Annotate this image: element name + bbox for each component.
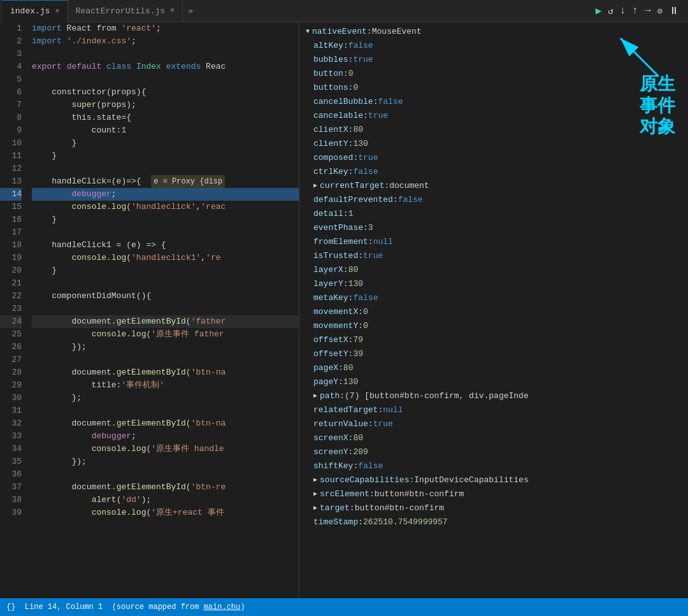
code-line-37: document. getElementById ( 'btn-re — [32, 481, 299, 494]
code-line-16: } — [32, 213, 299, 226]
ln-36: 36 — [0, 468, 22, 481]
code-line-38: alert ( 'dd' ); — [32, 494, 299, 506]
tab-label-react-error: ReactErrorUtils.js — [76, 6, 165, 16]
str-react: 'react' — [121, 22, 156, 35]
expand-path[interactable]: ▶ — [313, 389, 317, 403]
debug-altKey: altKey : false — [299, 39, 688, 53]
code-line-12 — [32, 162, 299, 175]
ln-30: 30 — [0, 392, 22, 405]
debug-offsetX: offsetX : 79 — [299, 333, 688, 347]
code-line-29: title: '事件机制' — [32, 379, 299, 392]
code-line-32: document. getElementById ( 'btn-na — [32, 417, 299, 430]
debug-target[interactable]: ▶ target : button#btn-confirm — [299, 501, 688, 515]
debug-returnValue: returnValue : true — [299, 417, 688, 431]
code-line-28: document. getElementById ( 'btn-na — [32, 366, 299, 379]
ln-6: 6 — [0, 86, 22, 99]
step-over-icon[interactable]: ↺ — [608, 6, 613, 17]
ln-1: 1 — [0, 22, 22, 35]
debug-clientY: clientY : 130 — [299, 137, 688, 151]
ln-15: 15 — [0, 201, 22, 213]
code-line-8: this.state={ — [32, 111, 299, 124]
code-line-31 — [32, 405, 299, 417]
debug-pageY: pageY : 130 — [299, 375, 688, 389]
code-line-7: super (props); — [32, 99, 299, 111]
code-line-24: document. getElementById ( 'father — [32, 315, 299, 328]
ln-5: 5 — [0, 73, 22, 86]
ln-17: 17 — [0, 226, 22, 239]
source-map-link[interactable]: main.chu — [204, 603, 241, 612]
ln-3: 3 — [0, 48, 22, 61]
debug-movementY: movementY : 0 — [299, 319, 688, 333]
debug-cancelable: cancelable : true — [299, 109, 688, 123]
status-text: {} Line 14, Column 1 (source mapped from… — [6, 603, 245, 612]
ln-2: 2 — [0, 35, 22, 48]
debug-metaKey: metaKey : false — [299, 291, 688, 305]
expand-sourceCapabilities[interactable]: ▶ — [313, 473, 317, 487]
expand-arrow[interactable]: ▼ — [306, 25, 310, 39]
debug-fromElement: fromElement : null — [299, 235, 688, 249]
ln-25: 25 — [0, 328, 22, 341]
ln-21: 21 — [0, 277, 22, 290]
tab-bar: index.js × ReactErrorUtils.js × » ▶ ↺ ↓ … — [0, 0, 688, 22]
expand-currentTarget[interactable]: ▶ — [313, 179, 317, 193]
debug-currentTarget[interactable]: ▶ currentTarget : document — [299, 179, 688, 193]
code-line-5 — [32, 73, 299, 86]
ln-33: 33 — [0, 430, 22, 443]
step-out-icon[interactable]: ↑ — [632, 5, 638, 17]
debug-sourceCapabilities[interactable]: ▶ sourceCapabilities : InputDeviceCapabi… — [299, 473, 688, 487]
ln-38: 38 — [0, 494, 22, 506]
debug-screenX: screenX : 80 — [299, 431, 688, 445]
code-container: 1 2 3 4 5 6 7 8 9 10 11 12 13 14 15 16 1… — [0, 22, 299, 598]
code-line-21 — [32, 277, 299, 290]
ln-29: 29 — [0, 379, 22, 392]
code-line-18: handleClick1 = (e) => { — [32, 239, 299, 252]
code-line-14: debugger ; — [32, 188, 299, 201]
code-line-9: count: 1 — [32, 124, 299, 137]
debug-eventPhase: eventPhase : 3 — [299, 221, 688, 235]
tab-index-js[interactable]: index.js × — [3, 0, 68, 22]
debug-movementX: movementX : 0 — [299, 305, 688, 319]
code-line-17 — [32, 226, 299, 239]
ln-26: 26 — [0, 341, 22, 354]
breakpoints-icon[interactable]: ⊘ — [657, 6, 663, 17]
ln-23: 23 — [0, 303, 22, 315]
debug-toolbar: ▶ ↺ ↓ ↑ → ⊘ ⏸ — [589, 4, 685, 17]
ln-12: 12 — [0, 162, 22, 175]
code-line-26: }); — [32, 341, 299, 354]
status-bar: {} Line 14, Column 1 (source mapped from… — [0, 598, 688, 616]
expand-target[interactable]: ▶ — [313, 501, 317, 515]
ln-32: 32 — [0, 417, 22, 430]
close-tab-index[interactable]: × — [55, 7, 59, 16]
tab-overflow[interactable]: » — [183, 6, 198, 16]
code-panel: 1 2 3 4 5 6 7 8 9 10 11 12 13 14 15 16 1… — [0, 22, 299, 598]
expand-srcElement[interactable]: ▶ — [313, 487, 317, 501]
ln-4: 4 — [0, 61, 22, 73]
code-line-20: } — [32, 264, 299, 277]
tab-bar-left: index.js × ReactErrorUtils.js × » — [3, 0, 589, 22]
step-into-icon[interactable]: ↓ — [620, 5, 626, 17]
continue-icon[interactable]: ▶ — [596, 4, 602, 17]
ln-27: 27 — [0, 354, 22, 366]
debug-path[interactable]: ▶ path : (7) [button#btn-confirm, div.pa… — [299, 389, 688, 403]
code-line-34: console . log ( '原生事件 handle — [32, 443, 299, 455]
debug-timeStamp: timeStamp : 262510.7549999957 — [299, 515, 688, 529]
pause-icon[interactable]: ⏸ — [669, 5, 679, 17]
code-content: import React from 'react' ; import './in… — [27, 22, 299, 598]
debug-isTrusted: isTrusted : true — [299, 249, 688, 263]
code-line-4: export default class Index extends Reac — [32, 61, 299, 73]
debug-clientX: clientX : 80 — [299, 123, 688, 137]
ln-35: 35 — [0, 455, 22, 468]
step-next-icon[interactable]: → — [645, 5, 651, 17]
code-line-27 — [32, 354, 299, 366]
debug-relatedTarget: relatedTarget : null — [299, 403, 688, 417]
close-tab-react[interactable]: × — [170, 6, 175, 15]
debug-native-event-title[interactable]: ▼ nativeEvent : MouseEvent — [299, 25, 688, 39]
ln-16: 16 — [0, 213, 22, 226]
tab-react-error-utils[interactable]: ReactErrorUtils.js × — [68, 0, 183, 22]
debug-srcElement[interactable]: ▶ srcElement : button#btn-confirm — [299, 487, 688, 501]
code-line-19: console . log ( 'handleclick1' , 're — [32, 252, 299, 264]
code-line-35: }); — [32, 455, 299, 468]
ln-18: 18 — [0, 239, 22, 252]
code-line-10: } — [32, 137, 299, 150]
debug-layerY: layerY : 130 — [299, 277, 688, 291]
